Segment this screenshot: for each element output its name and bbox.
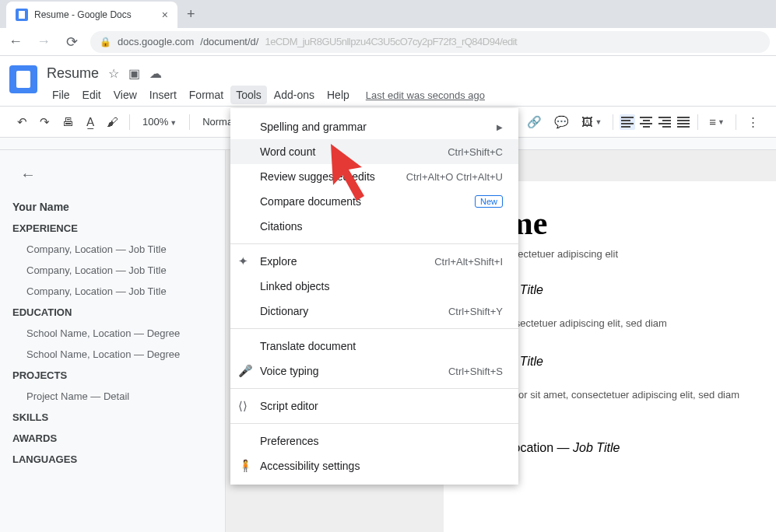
menu-dictionary[interactable]: DictionaryCtrl+Shift+Y: [230, 299, 518, 324]
title-area: Resume ☆ ▣ ☁ File Edit View Insert Forma…: [47, 62, 767, 106]
outline-heading[interactable]: LANGUAGES: [12, 449, 212, 470]
reload-button[interactable]: ⟳: [62, 33, 81, 51]
back-button[interactable]: ←: [6, 33, 25, 50]
close-icon[interactable]: ×: [162, 9, 168, 21]
separator: [697, 114, 698, 130]
docs-logo-icon[interactable]: [9, 65, 37, 93]
outline-item[interactable]: School Name, Location — Degree: [12, 323, 212, 344]
cloud-icon[interactable]: ☁: [149, 66, 162, 81]
spellcheck-button[interactable]: A̲: [82, 112, 99, 132]
align-justify-button[interactable]: [676, 114, 691, 130]
menu-format[interactable]: Format: [184, 86, 229, 104]
align-right-button[interactable]: [657, 114, 672, 130]
menu-file[interactable]: File: [47, 86, 75, 104]
outline-item[interactable]: Company, Location — Job Title: [12, 260, 212, 281]
menu-citations[interactable]: Citations: [230, 214, 518, 239]
more-button[interactable]: ⋮: [743, 112, 764, 132]
new-badge: New: [475, 195, 503, 208]
menu-script-editor[interactable]: ⟨⟩Script editor: [230, 394, 518, 418]
menu-voice-typing[interactable]: 🎤Voice typingCtrl+Shift+S: [230, 359, 518, 383]
menu-addons[interactable]: Add-ons: [269, 86, 320, 104]
paint-format-button[interactable]: 🖌: [102, 112, 123, 131]
outline-item[interactable]: Project Name — Detail: [12, 386, 212, 407]
outline-heading[interactable]: PROJECTS: [12, 365, 212, 386]
menu-accessibility[interactable]: 🧍Accessibility settings: [230, 453, 518, 478]
zoom-select[interactable]: 100%▼: [136, 113, 183, 131]
mic-icon: 🎤: [238, 364, 253, 378]
undo-button[interactable]: ↶: [12, 112, 32, 132]
docs-favicon: [16, 9, 28, 21]
menu-edit[interactable]: Edit: [77, 86, 107, 104]
url-domain: docs.google.com: [118, 36, 194, 47]
link-button[interactable]: 🔗: [522, 112, 546, 132]
menu-explore[interactable]: ✦ExploreCtrl+Alt+Shift+I: [230, 249, 518, 274]
outline-heading[interactable]: SKILLS: [12, 407, 212, 428]
new-tab-button[interactable]: +: [177, 6, 205, 23]
star-icon[interactable]: ☆: [108, 66, 119, 81]
separator: [613, 114, 613, 130]
print-button[interactable]: 🖶: [58, 112, 79, 131]
separator: [230, 388, 518, 389]
menu-preferences[interactable]: Preferences: [230, 429, 518, 453]
menu-translate[interactable]: Translate document: [230, 334, 518, 359]
address-bar-row: ← → ⟳ 🔒 docs.google.com/document/d/1eCDM…: [0, 28, 776, 56]
separator: [129, 114, 130, 130]
explore-icon: ✦: [238, 254, 248, 268]
menu-bar: File Edit View Insert Format Tools Add-o…: [47, 84, 767, 106]
last-edit-link[interactable]: Last edit was seconds ago: [366, 89, 485, 101]
script-icon: ⟨⟩: [238, 399, 248, 413]
redo-button[interactable]: ↷: [35, 112, 54, 132]
outline-heading[interactable]: EXPERIENCE: [12, 218, 212, 239]
tab-bar: Resume - Google Docs × +: [0, 0, 776, 28]
outline-heading[interactable]: AWARDS: [12, 428, 212, 449]
outline-back-icon[interactable]: ←: [20, 166, 212, 184]
separator: [230, 328, 518, 329]
forward-button[interactable]: →: [34, 33, 53, 50]
submenu-arrow-icon: ▶: [497, 123, 503, 131]
separator: [189, 114, 190, 130]
outline-item[interactable]: Company, Location — Job Title: [12, 239, 212, 260]
align-left-button[interactable]: [620, 114, 635, 130]
outline-item[interactable]: Company, Location — Job Title: [12, 281, 212, 302]
comment-button[interactable]: 💬: [550, 112, 574, 132]
browser-tab[interactable]: Resume - Google Docs ×: [6, 2, 177, 28]
outline-heading[interactable]: Your Name: [12, 196, 212, 218]
image-button[interactable]: 🖼▼: [577, 112, 606, 131]
align-center-button[interactable]: [638, 114, 654, 130]
lock-icon: 🔒: [100, 37, 111, 47]
separator: [230, 243, 518, 244]
browser-chrome: Resume - Google Docs × + ← → ⟳ 🔒 docs.go…: [0, 0, 776, 56]
docs-header: Resume ☆ ▣ ☁ File Edit View Insert Forma…: [0, 56, 776, 107]
url-bar[interactable]: 🔒 docs.google.com/document/d/1eCDM_juR8G…: [90, 31, 770, 53]
move-icon[interactable]: ▣: [128, 66, 140, 81]
outline-heading[interactable]: EDUCATION: [12, 302, 212, 323]
url-path: /document/d/: [200, 36, 258, 47]
url-docid: 1eCDM_juR8GU5nllpzu4C3U5cO7cy2pF72f3_rQ8…: [265, 36, 517, 47]
menu-insert[interactable]: Insert: [144, 86, 182, 104]
accessibility-icon: 🧍: [238, 459, 253, 473]
menu-help[interactable]: Help: [321, 86, 355, 104]
menu-view[interactable]: View: [108, 86, 142, 104]
separator: [230, 423, 518, 424]
separator: [736, 114, 736, 130]
menu-linked-objects[interactable]: Linked objects: [230, 274, 518, 299]
annotation-cursor-icon: [327, 140, 381, 205]
tab-title: Resume - Google Docs: [34, 9, 156, 20]
outline-pane: ← Your Name EXPERIENCE Company, Location…: [0, 150, 226, 532]
outline-item[interactable]: School Name, Location — Degree: [12, 344, 212, 365]
line-spacing-button[interactable]: ≡▼: [704, 112, 729, 131]
menu-spelling[interactable]: Spelling and grammar▶: [230, 114, 518, 139]
document-title[interactable]: Resume: [47, 65, 99, 82]
menu-tools[interactable]: Tools: [230, 86, 267, 104]
